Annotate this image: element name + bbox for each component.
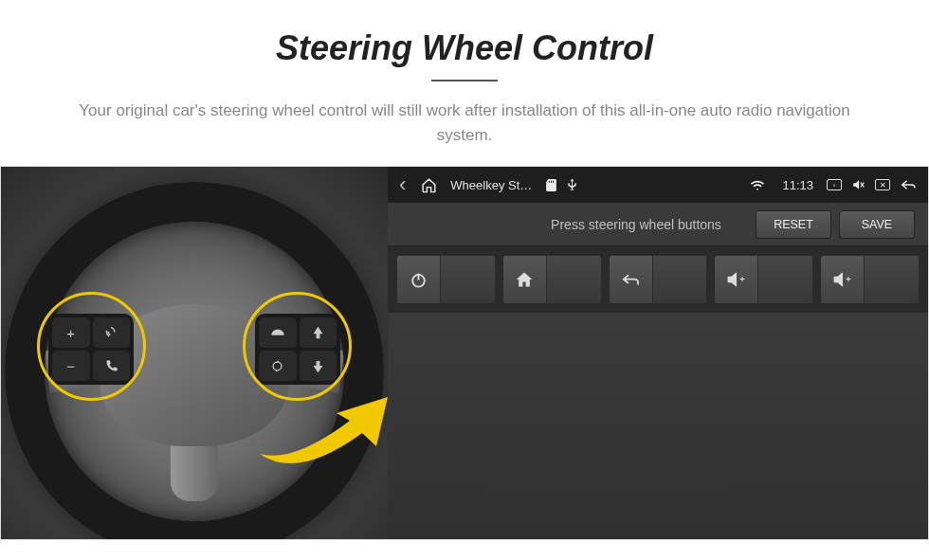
page-subtitle: Your original car's steering wheel contr…: [62, 99, 867, 147]
instruction-text: Press steering wheel buttons: [401, 217, 748, 232]
map-slot-empty: [758, 256, 812, 303]
svg-rect-2: [551, 180, 552, 182]
volume-up-icon: +: [821, 256, 865, 303]
map-slot-home[interactable]: [503, 256, 601, 303]
status-bar: ‹ Wheelkey St… 11:13 ◦ ✕: [388, 167, 928, 203]
power-icon: [397, 256, 441, 303]
highlight-circle-left: [37, 292, 146, 401]
button-mapping-grid: + +: [388, 246, 928, 313]
main-content: + −: [0, 166, 929, 540]
page-title: Steering Wheel Control: [38, 28, 891, 68]
instruction-bar: Press steering wheel buttons RESET SAVE: [388, 203, 928, 246]
back-arrow-icon[interactable]: ‹: [399, 172, 406, 197]
volume-up-icon: +: [715, 256, 758, 303]
map-slot-empty: [653, 256, 707, 303]
status-time: 11:13: [782, 178, 813, 192]
save-button[interactable]: SAVE: [839, 210, 915, 239]
return-icon: [610, 256, 653, 303]
map-slot-empty: [547, 256, 601, 303]
map-slot-empty: [441, 256, 495, 303]
svg-text:+: +: [739, 274, 745, 284]
wifi-icon: [750, 179, 765, 191]
pointer-arrow-icon: [246, 369, 388, 482]
usb-icon: [567, 177, 577, 192]
map-slot-empty: [865, 256, 919, 303]
home-large-icon: [503, 256, 547, 303]
reset-button[interactable]: RESET: [756, 210, 831, 239]
device-screen: ‹ Wheelkey St… 11:13 ◦ ✕: [388, 167, 928, 539]
cast-icon[interactable]: ◦: [827, 179, 842, 190]
home-icon[interactable]: [421, 177, 437, 193]
mute-icon[interactable]: [851, 178, 865, 191]
device-body-empty: [388, 313, 928, 539]
svg-text:+: +: [846, 274, 851, 284]
steering-wheel-illustration: + −: [1, 167, 388, 539]
map-slot-power[interactable]: [397, 256, 495, 303]
close-app-icon[interactable]: ✕: [875, 179, 890, 190]
map-slot-volup-1[interactable]: +: [715, 256, 812, 303]
svg-rect-1: [549, 180, 550, 182]
map-slot-volup-2[interactable]: +: [821, 256, 919, 303]
svg-rect-3: [553, 180, 554, 182]
header-section: Steering Wheel Control Your original car…: [0, 0, 929, 166]
memory-card-icon: [545, 178, 557, 192]
map-slot-back[interactable]: [610, 256, 707, 303]
title-divider: [431, 80, 498, 81]
nav-back-icon[interactable]: [900, 178, 917, 191]
status-app-title: Wheelkey St…: [450, 178, 532, 192]
